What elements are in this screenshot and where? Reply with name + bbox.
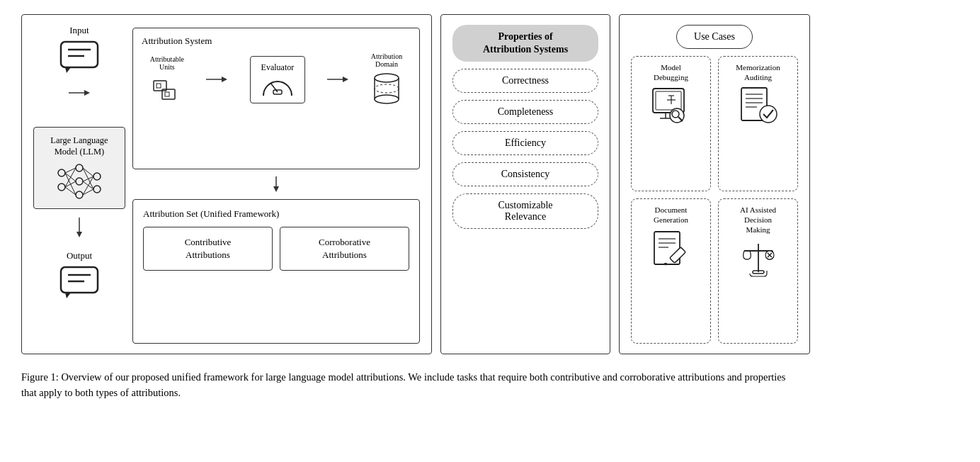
- arrow-units-to-eval: [206, 74, 227, 85]
- svg-point-12: [93, 186, 101, 193]
- svg-point-64: [760, 106, 777, 123]
- svg-point-7: [58, 184, 65, 191]
- properties-title-text: Properties ofAttribution Systems: [483, 31, 568, 55]
- attribution-system-inner: AttributableUnits: [142, 52, 411, 106]
- arrow-llm-to-output: [72, 218, 86, 237]
- usecases-panel: Use Cases ModelDebugging: [619, 14, 810, 354]
- attr-sys-and-output: Attribution System AttributableUnits: [132, 25, 420, 344]
- property-consistency: Consistency: [452, 162, 598, 186]
- evaluator-icon: [261, 76, 295, 97]
- arrow-input-to-llm: [69, 86, 90, 100]
- attribution-set-inner: ContributiveAttributions CorroborativeAt…: [143, 227, 409, 271]
- svg-point-6: [58, 169, 65, 176]
- svg-marker-36: [222, 77, 227, 82]
- svg-rect-69: [669, 247, 685, 264]
- arrow-eval-to-domain: [327, 74, 348, 85]
- model-debugging-label: ModelDebugging: [654, 62, 688, 83]
- svg-point-10: [76, 191, 83, 198]
- svg-marker-3: [65, 67, 71, 73]
- svg-point-9: [76, 178, 83, 185]
- output-section: Output: [59, 243, 99, 298]
- evaluator-box: Evaluator: [250, 56, 305, 103]
- attributable-units-icon: [152, 74, 182, 103]
- figure-container: Input: [21, 14, 959, 401]
- corroborative-label: CorroborativeAttributions: [319, 237, 370, 260]
- chat-bubble-icon: [59, 40, 99, 73]
- attribution-domain-section: AttributionDomain: [371, 52, 402, 106]
- svg-marker-40: [343, 77, 348, 82]
- arrow-sys-to-set-container: [132, 176, 420, 192]
- model-debugging-icon: [650, 86, 693, 125]
- corroborative-attributions-box: CorroborativeAttributions: [280, 227, 409, 271]
- figure-caption: Figure 1: Overview of our proposed unifi…: [21, 367, 800, 401]
- svg-point-41: [375, 74, 399, 82]
- svg-line-19: [83, 168, 93, 176]
- usecases-grid: ModelDebugging: [631, 56, 798, 344]
- svg-point-45: [375, 84, 399, 93]
- document-generation-icon: [650, 227, 693, 266]
- usecases-title: Use Cases: [676, 25, 753, 49]
- usecase-ai-decision-making: AI AssistedDecisionMaking: [718, 198, 798, 344]
- svg-point-42: [375, 95, 399, 103]
- attribution-domain-label: AttributionDomain: [371, 52, 402, 68]
- diagrams-row: Input: [21, 14, 959, 354]
- svg-point-11: [93, 173, 101, 180]
- output-label: Output: [67, 250, 92, 261]
- attributable-units-section: AttributableUnits: [150, 55, 184, 103]
- ai-decision-making-label: AI AssistedDecisionMaking: [740, 205, 776, 235]
- contributive-label: ContributiveAttributions: [185, 237, 232, 260]
- svg-point-8: [76, 164, 83, 171]
- attribution-system-box: Attribution System AttributableUnits: [132, 28, 420, 169]
- input-label: Input: [69, 25, 89, 36]
- llm-box-label: Large Language Model (LLM): [50, 135, 108, 158]
- llm-panel: Input: [21, 14, 432, 354]
- contributive-attributions-box: ContributiveAttributions: [143, 227, 273, 271]
- svg-rect-49: [656, 91, 681, 110]
- attribution-set-box: Attribution Set (Unified Framework) Cont…: [132, 199, 420, 344]
- property-correctness: Correctness: [452, 69, 598, 93]
- property-completeness: Completeness: [452, 100, 598, 124]
- attributable-units-label: AttributableUnits: [150, 55, 184, 71]
- svg-marker-47: [273, 186, 279, 192]
- memorization-auditing-icon: [737, 86, 780, 125]
- arrow-sys-to-set: [269, 176, 283, 192]
- usecase-document-generation: DocumentGeneration: [631, 198, 711, 344]
- llm-left-col: Input: [33, 25, 125, 344]
- llm-main-area: Input: [33, 25, 420, 344]
- svg-rect-34: [165, 92, 169, 96]
- properties-panel: Properties ofAttribution Systems Correct…: [440, 14, 610, 354]
- llm-box: Large Language Model (LLM): [33, 127, 125, 209]
- attribution-system-title: Attribution System: [142, 35, 411, 47]
- memorization-auditing-label: MemorizationAuditing: [736, 62, 780, 83]
- svg-marker-30: [65, 293, 71, 298]
- svg-rect-0: [61, 42, 98, 67]
- usecase-model-debugging: ModelDebugging: [631, 56, 711, 191]
- usecase-memorization-auditing: MemorizationAuditing: [718, 56, 798, 191]
- svg-rect-27: [61, 267, 98, 293]
- property-efficiency: Efficiency: [452, 131, 598, 155]
- attribution-domain-icon: [372, 71, 401, 106]
- evaluator-label: Evaluator: [261, 62, 295, 73]
- document-generation-label: DocumentGeneration: [654, 205, 688, 225]
- svg-marker-5: [84, 90, 90, 96]
- attribution-set-title: Attribution Set (Unified Framework): [143, 208, 409, 220]
- neural-network-icon: [55, 162, 104, 201]
- svg-marker-26: [76, 232, 82, 237]
- property-customizable-relevance: CustomizableRelevance: [452, 193, 598, 229]
- output-chat-icon: [59, 266, 99, 298]
- svg-rect-32: [156, 84, 161, 88]
- ai-decision-making-icon: [737, 238, 780, 277]
- customizable-relevance-text: CustomizableRelevance: [498, 200, 553, 222]
- input-section: Input: [59, 25, 99, 73]
- properties-title: Properties ofAttribution Systems: [452, 25, 598, 62]
